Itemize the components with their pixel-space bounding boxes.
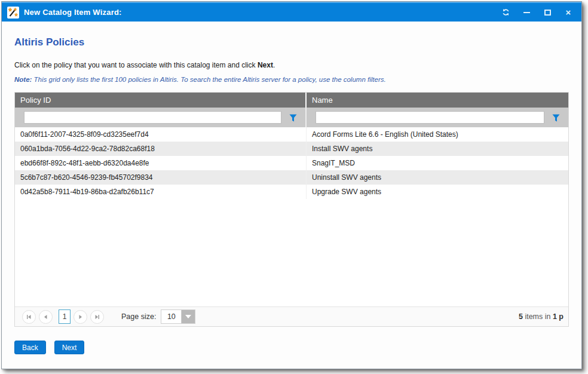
note-text: Note: This grid only lists the first 100…: [14, 76, 569, 83]
minimize-icon[interactable]: [522, 8, 531, 17]
policy-id-filter-funnel-icon[interactable]: [289, 114, 297, 121]
current-page-indicator[interactable]: 1: [59, 309, 71, 324]
wizard-window: New Catalog Item Wizard: × Altiris Polic…: [1, 1, 582, 369]
cell-policy-id: 060a1bda-7056-4d22-9ca2-78d82ca68f18: [15, 142, 307, 156]
policy-id-filter-input[interactable]: [24, 111, 281, 124]
cell-policy-id: 5c6b7c87-b620-4546-9239-fb45702f9834: [15, 170, 307, 185]
instruction-prefix: Click on the policy that you want to ass…: [14, 61, 258, 69]
wizard-app-icon: [7, 7, 19, 19]
policy-id-filter-cell: [15, 108, 307, 127]
wizard-content: Altiris Policies Click on the policy tha…: [2, 22, 581, 369]
maximize-icon[interactable]: [543, 8, 552, 17]
page-title: Altiris Policies: [14, 36, 569, 48]
cell-name: Install SWV agents: [307, 142, 568, 156]
instruction-text: Click on the policy that you want to ass…: [14, 61, 569, 69]
table-row[interactable]: 0a0f6f11-2007-4325-8f09-cd3235eef7d4 Aco…: [15, 127, 568, 142]
close-icon[interactable]: ×: [564, 8, 573, 17]
window-controls: ×: [501, 8, 573, 17]
name-filter-cell: [307, 108, 568, 127]
titlebar: New Catalog Item Wizard: ×: [2, 2, 581, 22]
next-button[interactable]: Next: [54, 341, 85, 354]
next-page-button[interactable]: [74, 310, 87, 324]
items-summary: 5 items in 1 p: [519, 312, 564, 321]
grid-header-row: Policy ID Name: [15, 93, 568, 108]
note-body: This grid only lists the first 100 polic…: [32, 76, 385, 83]
table-row[interactable]: ebd66f8f-892c-48f1-aebb-d6320da4e8fe Sna…: [15, 156, 568, 170]
grid-filter-row: [15, 108, 568, 127]
grid-body: 0a0f6f11-2007-4325-8f09-cd3235eef7d4 Aco…: [15, 127, 568, 306]
pages-count: 1 p: [553, 312, 564, 321]
table-row[interactable]: 0d42a5b8-7911-4b19-86ba-d2afb26b11c7 Upg…: [15, 185, 568, 199]
chevron-down-icon[interactable]: [182, 310, 195, 323]
cell-policy-id: 0d42a5b8-7911-4b19-86ba-d2afb26b11c7: [15, 185, 307, 199]
items-count: 5: [519, 312, 523, 321]
grid-pager: 1 Page size: 10 5 items in: [15, 306, 568, 326]
items-summary-mid: items in: [523, 312, 553, 321]
instruction-suffix: .: [273, 61, 275, 69]
wizard-footer: Back Next: [14, 341, 569, 354]
back-button[interactable]: Back: [14, 341, 46, 354]
page-size-label: Page size:: [121, 312, 156, 321]
cell-name: SnagIT_MSD: [307, 156, 568, 170]
cell-policy-id: 0a0f6f11-2007-4325-8f09-cd3235eef7d4: [15, 127, 307, 142]
column-header-policy-id[interactable]: Policy ID: [15, 93, 307, 108]
last-page-button[interactable]: [90, 310, 104, 324]
name-filter-input[interactable]: [316, 111, 544, 124]
page-size-value: 10: [161, 310, 182, 323]
name-filter-funnel-icon[interactable]: [552, 114, 560, 121]
policies-grid: Policy ID Name: [14, 92, 569, 327]
refresh-icon[interactable]: [501, 8, 510, 17]
note-label: Note:: [14, 76, 32, 83]
table-row[interactable]: 060a1bda-7056-4d22-9ca2-78d82ca68f18 Ins…: [15, 142, 568, 156]
previous-page-button[interactable]: [39, 310, 53, 324]
cell-policy-id: ebd66f8f-892c-48f1-aebb-d6320da4e8fe: [15, 156, 307, 170]
first-page-button[interactable]: [22, 310, 36, 324]
cell-name: Uninstall SWV agents: [307, 170, 568, 185]
cell-name: Acord Forms Lite 6.6 - English (United S…: [307, 127, 568, 142]
window-title: New Catalog Item Wizard:: [24, 8, 122, 17]
page-size-dropdown[interactable]: 10: [161, 309, 195, 324]
cell-name: Upgrade SWV agents: [307, 185, 568, 199]
column-header-name[interactable]: Name: [307, 93, 568, 108]
instruction-next-keyword: Next: [258, 61, 273, 69]
table-row[interactable]: 5c6b7c87-b620-4546-9239-fb45702f9834 Uni…: [15, 170, 568, 185]
